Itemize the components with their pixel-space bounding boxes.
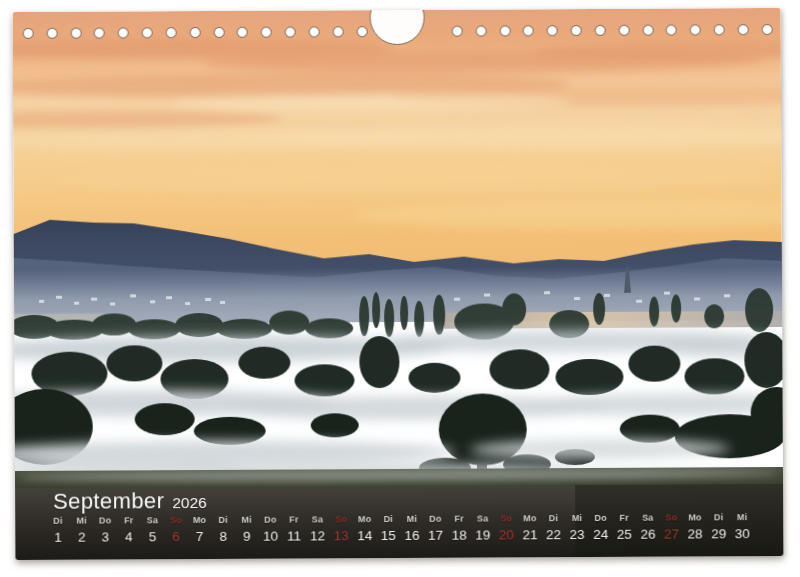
- binding-hole: [595, 25, 606, 36]
- calendar-day-6: So6: [164, 515, 188, 544]
- date-number: 1: [54, 530, 62, 545]
- calendar-day-24: Do24: [589, 513, 613, 542]
- weekday-label: So: [665, 513, 677, 523]
- weekday-label: Di: [384, 514, 393, 524]
- weekday-label: Do: [99, 516, 111, 526]
- weekday-label: So: [500, 513, 512, 523]
- weekday-label: Sa: [147, 515, 158, 525]
- date-number: 14: [357, 528, 372, 543]
- calendar-day-2: Mi2: [70, 516, 94, 545]
- calendar-day-28: Mo28: [683, 512, 707, 541]
- weekday-label: Mi: [407, 514, 417, 524]
- date-number: 23: [570, 527, 585, 542]
- date-number: 18: [452, 528, 467, 543]
- binding-hole: [332, 26, 343, 37]
- binding-hole: [261, 27, 272, 38]
- binding-hole: [737, 24, 748, 35]
- calendar-day-20: So20: [494, 513, 518, 542]
- calendar-day-8: Di8: [211, 515, 235, 544]
- date-number: 10: [263, 529, 278, 544]
- year-label: 2026: [172, 494, 207, 512]
- date-number: 8: [219, 529, 227, 544]
- date-number: 21: [522, 527, 537, 542]
- date-number: 17: [428, 528, 443, 543]
- weekday-label: Mi: [572, 513, 582, 523]
- binding-hole: [237, 27, 248, 38]
- binding-hole: [690, 24, 701, 35]
- calendar-day-27: So27: [660, 513, 684, 542]
- calendar-day-12: Sa12: [306, 514, 330, 543]
- binding-hole: [46, 28, 57, 39]
- weekday-label: Mo: [358, 514, 371, 524]
- date-number: 15: [381, 528, 396, 543]
- binding-hole: [452, 26, 463, 37]
- calendar-day-17: Do17: [424, 514, 448, 543]
- weekday-label: Mo: [688, 512, 701, 522]
- date-number: 27: [664, 527, 679, 542]
- calendar-day-21: Mo21: [518, 513, 542, 542]
- date-number: 16: [404, 528, 419, 543]
- weekday-label: So: [335, 514, 347, 524]
- weekday-label: Mo: [193, 515, 206, 525]
- binding-hole: [166, 27, 177, 38]
- date-number: 29: [711, 526, 726, 541]
- weekday-label: Fr: [124, 515, 133, 525]
- weekday-label: Fr: [454, 514, 463, 524]
- binding-hole: [285, 27, 296, 38]
- calendar-page: September 2026 Di1Mi2Do3Fr4Sa5So6Mo7Di8M…: [13, 8, 784, 560]
- weekday-label: Mi: [242, 515, 252, 525]
- binding-hole: [642, 25, 653, 36]
- binding-hole: [23, 28, 34, 39]
- calendar-day-25: Fr25: [612, 513, 636, 542]
- calendar-day-18: Fr18: [447, 514, 471, 543]
- date-number: 12: [310, 528, 325, 543]
- binding-hole: [499, 25, 510, 36]
- calendar-day-30: Mi30: [730, 512, 754, 541]
- date-number: 5: [149, 529, 157, 544]
- weekday-label: Fr: [620, 513, 629, 523]
- date-number: 30: [735, 526, 750, 541]
- calendar-day-26: Sa26: [636, 513, 660, 542]
- weekday-label: Mi: [737, 512, 747, 522]
- calendar-day-11: Fr11: [282, 514, 306, 543]
- calendar-day-5: Sa5: [141, 515, 165, 544]
- calendar-day-16: Mi16: [400, 514, 424, 543]
- binding-hole: [618, 25, 629, 36]
- date-number: 26: [640, 527, 655, 542]
- calendar-day-1: Di1: [46, 516, 70, 545]
- binding-hole: [475, 26, 486, 37]
- calendar-day-9: Mi9: [235, 515, 259, 544]
- month-label: September: [53, 488, 164, 515]
- date-number: 11: [287, 529, 301, 544]
- binding-hole: [523, 25, 534, 36]
- calendar-day-19: Sa19: [471, 513, 495, 542]
- calendar-caption: September 2026 Di1Mi2Do3Fr4Sa5So6Mo7Di8M…: [15, 482, 783, 560]
- weekday-label: Do: [264, 515, 276, 525]
- weekday-label: Di: [53, 516, 62, 526]
- date-number: 9: [243, 529, 251, 544]
- calendar-day-23: Mi23: [565, 513, 589, 542]
- weekday-label: Di: [549, 513, 558, 523]
- calendar-day-14: Mo14: [353, 514, 377, 543]
- calendar-day-7: Mo7: [188, 515, 212, 544]
- date-number: 24: [593, 527, 608, 542]
- fog-layer-middle: [13, 387, 784, 423]
- binding-hole: [94, 28, 105, 39]
- date-number: 2: [78, 530, 86, 545]
- calendar-day-4: Fr4: [117, 515, 141, 544]
- weekday-label: Sa: [312, 514, 323, 524]
- weekday-label: Di: [714, 512, 723, 522]
- date-number: 20: [499, 527, 514, 542]
- date-number: 6: [172, 529, 180, 544]
- calendar-day-3: Do3: [93, 515, 117, 544]
- date-number: 3: [102, 530, 110, 545]
- binding-hole: [213, 27, 224, 38]
- page-title: September 2026: [53, 488, 207, 515]
- binding-hole: [356, 26, 367, 37]
- date-number: 22: [546, 527, 561, 542]
- binding-hole: [118, 27, 129, 38]
- binding-hole: [761, 24, 772, 35]
- calendar-day-22: Di22: [542, 513, 566, 542]
- weekday-label: Fr: [289, 515, 298, 525]
- calendar-day-13: So13: [329, 514, 353, 543]
